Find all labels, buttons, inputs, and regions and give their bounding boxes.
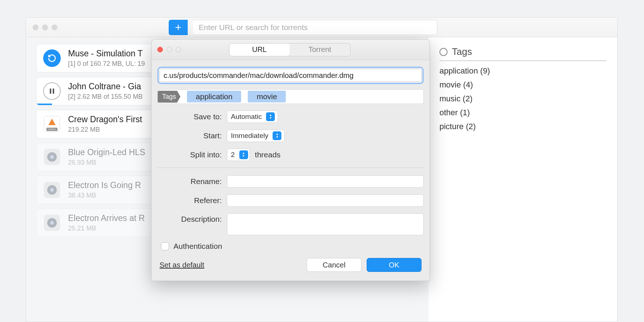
tag-item-picture[interactable]: picture (2) [439, 122, 606, 131]
rename-input[interactable] [227, 175, 424, 188]
video-file-icon: VIDEO [43, 115, 61, 133]
download-subtitle: [2] 2.62 MB of 155.50 MB [68, 93, 143, 101]
download-subtitle: [1] 0 of 160.72 MB, UL: 19 [68, 60, 145, 68]
tag-item-movie[interactable]: movie (4) [439, 80, 606, 90]
tab-url[interactable]: URL [229, 44, 290, 56]
tag-item-music[interactable]: music (2) [439, 94, 606, 104]
download-title: Electron Arrives at R [68, 213, 145, 223]
description-label: Description: [157, 213, 222, 224]
progress-bar [37, 104, 52, 105]
start-label: Start: [157, 131, 222, 140]
minimize-icon[interactable] [42, 25, 48, 30]
download-title: Muse - Simulation T [68, 49, 145, 59]
authentication-checkbox[interactable] [161, 242, 169, 250]
split-value: 2 [231, 151, 235, 159]
chevron-updown-icon: ▲▼ [273, 131, 281, 140]
url-field-focus-ring [157, 67, 424, 84]
url-input[interactable] [160, 69, 422, 82]
download-title: Blue Origin-Led HLS [68, 147, 145, 157]
divider [157, 168, 424, 168]
tab-torrent[interactable]: Torrent [290, 44, 350, 56]
save-to-select[interactable]: Automatic ▲▼ [227, 111, 278, 123]
split-threads-stepper[interactable]: 2 ▲▼ [227, 149, 250, 161]
ok-button[interactable]: OK [367, 258, 422, 272]
save-to-label: Save to: [157, 112, 222, 121]
download-subtitle: 25.21 MB [68, 225, 145, 232]
dialog-window-controls [157, 47, 181, 52]
svg-rect-1 [53, 89, 54, 94]
mp4-file-icon [43, 148, 61, 166]
download-title: Electron Is Going R [68, 180, 141, 190]
cancel-button[interactable]: Cancel [307, 258, 362, 272]
close-icon[interactable] [157, 47, 163, 52]
referer-input[interactable] [227, 194, 424, 207]
svg-rect-0 [50, 89, 51, 94]
tags-header[interactable]: Tags [439, 46, 606, 61]
refresh-icon[interactable] [43, 49, 61, 67]
authentication-label: Authentication [173, 242, 222, 251]
referer-label: Referer: [157, 196, 222, 205]
set-as-default-link[interactable]: Set as default [160, 261, 204, 269]
plus-icon: + [175, 21, 181, 34]
zoom-icon [176, 47, 181, 52]
download-subtitle: 219.22 MB [68, 126, 142, 134]
chevron-updown-icon: ▲▼ [266, 112, 275, 121]
add-button[interactable]: + [169, 20, 188, 35]
close-icon[interactable] [33, 25, 38, 30]
minimize-icon [166, 47, 172, 52]
start-value: Immediately [231, 132, 268, 140]
start-select[interactable]: Immediately ▲▼ [227, 130, 285, 142]
tag-chip-application[interactable]: application [187, 91, 241, 102]
search-input[interactable] [193, 20, 437, 35]
tab-segmented-control: URL Torrent [229, 43, 351, 56]
mp4-file-icon [43, 214, 61, 232]
sidebar: Tags application (9) movie (4) music (2)… [428, 37, 617, 322]
description-textarea[interactable] [227, 213, 424, 235]
download-subtitle: 38.43 MB [68, 192, 141, 199]
tags-title: Tags [452, 46, 472, 57]
chevron-updown-icon: ▲▼ [239, 150, 248, 159]
window-controls [33, 25, 57, 30]
tags-label-badge: Tags [158, 91, 180, 103]
tag-item-application[interactable]: application (9) [439, 66, 606, 76]
dialog-titlebar: URL Torrent [151, 40, 430, 60]
rename-label: Rename: [157, 177, 222, 186]
tag-item-other[interactable]: other (1) [439, 108, 606, 117]
download-title: Crew Dragon's First [68, 115, 142, 124]
tags-field[interactable]: Tags application movie [157, 89, 424, 104]
download-title: John Coltrane - Gia [68, 82, 143, 91]
threads-suffix: threads [255, 150, 281, 159]
dialog-body: Tags application movie Save to: Automati… [151, 60, 430, 281]
tags-radio-icon[interactable] [439, 48, 448, 56]
zoom-icon[interactable] [52, 25, 57, 30]
tag-list: application (9) movie (4) music (2) othe… [439, 66, 606, 131]
titlebar: + [26, 18, 617, 37]
split-into-label: Split into: [157, 150, 222, 159]
tag-chip-movie[interactable]: movie [248, 91, 286, 102]
pause-icon[interactable] [43, 82, 61, 100]
download-subtitle: 26.93 MB [68, 159, 145, 166]
mp4-file-icon [43, 181, 61, 199]
add-download-dialog: URL Torrent Tags application movie Save … [151, 39, 430, 281]
save-to-value: Automatic [231, 113, 262, 121]
